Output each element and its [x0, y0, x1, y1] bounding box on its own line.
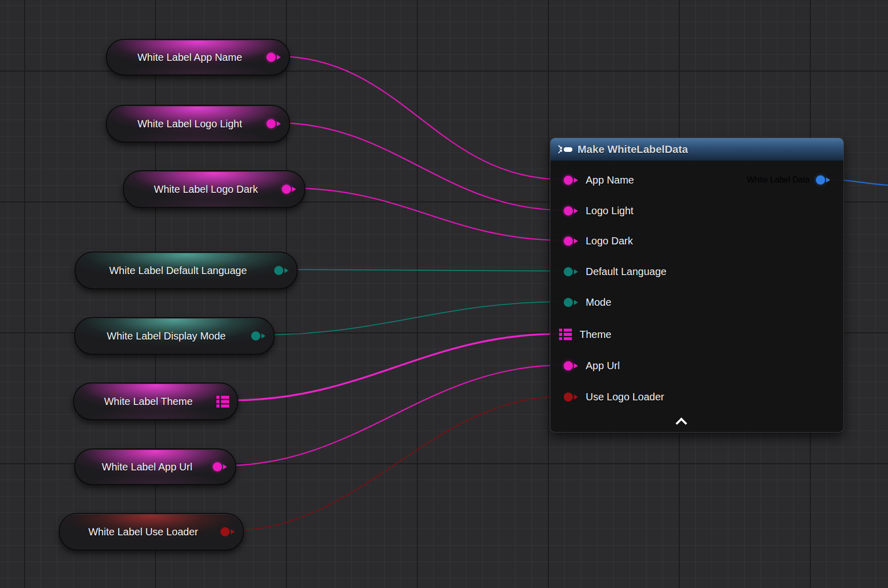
pin-label: Logo Dark	[586, 235, 633, 247]
pin-label: App Url	[586, 360, 620, 372]
output-pin-string-icon[interactable]	[213, 462, 227, 471]
input-pin-string-icon[interactable]	[564, 206, 578, 215]
pin-label: White Label Data	[747, 175, 810, 185]
make-whitelabeldata-node[interactable]: ↘↗ Make WhiteLabelData App Name Logo Lig…	[550, 138, 844, 433]
pin-row-default-language: Default Language	[564, 266, 667, 278]
pin-row-white-label-data: White Label Data	[747, 175, 830, 185]
output-pin-string-icon[interactable]	[282, 185, 296, 194]
node-title: White Label Theme	[74, 396, 211, 408]
pin-row-logo-light: Logo Light	[564, 205, 633, 217]
node-title: White Label Default Language	[76, 265, 269, 277]
input-pin-string-icon[interactable]	[564, 236, 578, 245]
node-header[interactable]: ↘↗ Make WhiteLabelData	[550, 138, 843, 161]
wire-app-name[interactable]	[276, 56, 564, 179]
node-title: White Label Logo Light	[107, 118, 261, 130]
pin-label: Default Language	[586, 266, 667, 278]
output-pin-bool-icon[interactable]	[220, 527, 235, 536]
getter-node-white-label-theme[interactable]: White Label Theme	[73, 382, 238, 420]
node-title: White Label App Url	[75, 461, 208, 473]
getter-node-white-label-app-name[interactable]: White Label App Name	[106, 39, 290, 76]
output-pin-struct-icon[interactable]	[216, 396, 229, 408]
wire-display-mode[interactable]	[260, 302, 564, 335]
pin-row-app-url: App Url	[564, 360, 620, 372]
wire-logo-light[interactable]	[276, 123, 564, 210]
pin-label: Mode	[586, 297, 611, 308]
wire-logo-dark[interactable]	[291, 188, 564, 240]
pin-row-theme: Theme	[559, 329, 611, 341]
input-pin-enum-icon[interactable]	[564, 298, 578, 307]
make-struct-icon: ↘↗	[558, 145, 572, 154]
getter-node-white-label-logo-dark[interactable]: White Label Logo Dark	[123, 170, 305, 208]
input-pin-enum-icon[interactable]	[564, 267, 578, 276]
pin-row-app-name: App Name	[564, 174, 634, 186]
pin-row-use-logo-loader: Use Logo Loader	[564, 391, 664, 403]
output-pin-enum-icon[interactable]	[274, 266, 288, 275]
node-title: White Label Display Mode	[75, 330, 246, 342]
wire-default-language[interactable]	[283, 269, 564, 271]
getter-node-white-label-default-language[interactable]: White Label Default Language	[75, 252, 298, 289]
input-pin-bool-icon[interactable]	[564, 392, 578, 401]
pin-label: Use Logo Loader	[586, 391, 664, 403]
node-title: White Label Use Loader	[60, 526, 215, 538]
wire-app-url[interactable]	[222, 365, 564, 466]
getter-node-white-label-display-mode[interactable]: White Label Display Mode	[74, 317, 275, 355]
input-pin-string-icon[interactable]	[564, 175, 578, 185]
getter-node-white-label-use-loader[interactable]: White Label Use Loader	[59, 513, 244, 551]
output-pin-string-icon[interactable]	[267, 119, 281, 128]
getter-node-white-label-app-url[interactable]: White Label App Url	[74, 448, 236, 485]
input-pin-struct-icon[interactable]	[559, 329, 572, 341]
output-pin-enum-icon[interactable]	[251, 331, 265, 341]
pin-label: Theme	[580, 329, 611, 341]
pin-row-mode: Mode	[564, 297, 611, 308]
chevron-up-icon[interactable]	[675, 417, 689, 425]
getter-node-white-label-logo-light[interactable]: White Label Logo Light	[106, 105, 290, 143]
blueprint-graph-canvas[interactable]: White Label App Name White Label Logo Li…	[0, 0, 888, 588]
wire-use-loader[interactable]	[230, 396, 564, 531]
pin-label: Logo Light	[586, 205, 633, 217]
node-title: Make WhiteLabelData	[578, 143, 688, 155]
pin-label: App Name	[586, 174, 634, 186]
node-title: White Label App Name	[107, 52, 261, 63]
wire-theme[interactable]	[231, 334, 560, 400]
output-pin-string-icon[interactable]	[267, 53, 281, 62]
node-title: White Label Logo Dark	[124, 184, 277, 195]
input-pin-string-icon[interactable]	[564, 361, 578, 370]
pin-row-logo-dark: Logo Dark	[564, 235, 633, 247]
output-pin-struct-icon[interactable]	[816, 175, 830, 185]
